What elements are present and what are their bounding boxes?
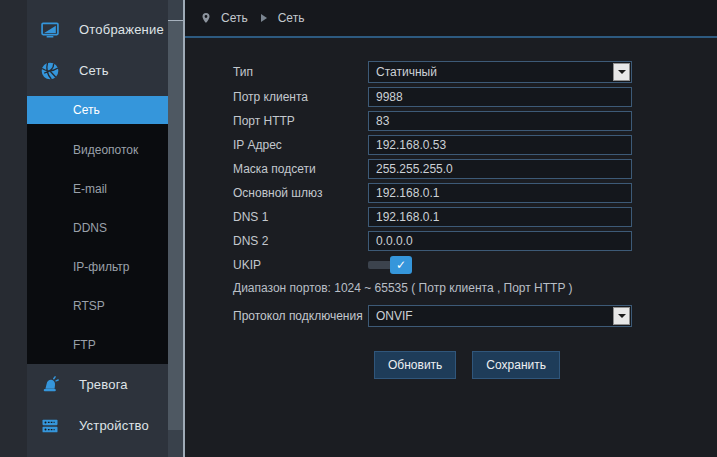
device-icon	[40, 416, 60, 436]
location-pin-icon	[200, 11, 212, 25]
protocol-label: Протокол подключения	[233, 309, 368, 323]
sidebar-item-label: Отображение	[79, 22, 164, 37]
ip-address-input[interactable]	[368, 135, 632, 155]
scrollbar-thumb[interactable]	[168, 20, 183, 430]
submenu-item-rtsp[interactable]: RTSP	[27, 286, 168, 325]
submenu-item-email[interactable]: E-mail	[27, 169, 168, 208]
client-port-label: Потр клиента	[233, 90, 368, 104]
breadcrumb-section: Сеть	[221, 11, 248, 25]
gateway-input[interactable]	[368, 183, 632, 203]
type-label: Тип	[233, 65, 368, 79]
save-button[interactable]: Сохранить	[472, 351, 560, 379]
sidebar: Отображение Сеть Сеть Видеопоток E-mail …	[0, 0, 168, 457]
submenu-item-ip-filter[interactable]: IP-фильтр	[27, 247, 168, 286]
check-icon: ✓	[396, 258, 406, 272]
sidebar-item-display[interactable]: Отображение	[27, 9, 168, 50]
refresh-button[interactable]: Обновить	[374, 351, 456, 379]
http-port-input[interactable]	[368, 111, 632, 131]
breadcrumb-page: Сеть	[278, 11, 305, 25]
submenu-item-ddns[interactable]: DDNS	[27, 208, 168, 247]
subnet-mask-input[interactable]	[368, 159, 632, 179]
type-select[interactable]: Статичный	[368, 61, 632, 83]
dns1-row: DNS 1	[233, 207, 717, 227]
client-port-row: Потр клиента	[233, 87, 717, 107]
ukip-label: UKIP	[233, 258, 368, 272]
sidebar-item-label: Устройство	[79, 418, 149, 433]
subnet-mask-label: Маска подсети	[233, 162, 368, 176]
gateway-row: Основной шлюз	[233, 183, 717, 203]
sidebar-item-device[interactable]: Устройство	[27, 405, 168, 446]
network-icon	[40, 61, 60, 81]
ukip-toggle[interactable]: ✓	[368, 255, 412, 275]
ip-address-row: IP Адрес	[233, 135, 717, 155]
protocol-select-dropdown-button[interactable]	[613, 307, 630, 325]
sidebar-scrollbar[interactable]	[168, 0, 185, 457]
chevron-down-icon	[618, 314, 626, 318]
alarm-icon	[40, 375, 60, 395]
ip-address-label: IP Адрес	[233, 138, 368, 152]
protocol-select-value: ONVIF	[376, 309, 413, 323]
port-range-note: Диапазон портов: 1024 ~ 65535 ( Потр кли…	[233, 281, 717, 295]
dns2-row: DNS 2	[233, 231, 717, 251]
sidebar-item-label: Сеть	[79, 63, 109, 78]
sidebar-item-network[interactable]: Сеть	[27, 50, 168, 91]
submenu-item-videostream[interactable]: Видеопоток	[27, 130, 168, 169]
gateway-label: Основной шлюз	[233, 186, 368, 200]
monitor-icon	[40, 20, 60, 40]
http-port-row: Порт HTTP	[233, 111, 717, 131]
sidebar-item-label: Тревога	[79, 377, 128, 392]
submenu-item-ftp[interactable]: FTP	[27, 325, 168, 364]
http-port-label: Порт HTTP	[233, 114, 368, 128]
type-select-value: Статичный	[376, 65, 437, 79]
protocol-select[interactable]: ONVIF	[368, 305, 632, 327]
network-submenu: Сеть Видеопоток E-mail DDNS IP-фильтр RT…	[27, 96, 168, 364]
sidebar-item-alarm[interactable]: Тревога	[27, 364, 168, 405]
toggle-knob: ✓	[390, 256, 412, 274]
form-buttons: Обновить Сохранить	[374, 351, 717, 379]
sidebar-left-strip	[0, 0, 27, 457]
breadcrumb-arrow-icon	[261, 14, 267, 22]
dns1-input[interactable]	[368, 207, 632, 227]
ukip-row: UKIP ✓	[233, 255, 717, 275]
submenu-item-network[interactable]: Сеть	[27, 96, 168, 124]
type-select-dropdown-button[interactable]	[613, 63, 630, 81]
dns1-label: DNS 1	[233, 210, 368, 224]
breadcrumb: Сеть Сеть	[185, 0, 717, 38]
network-settings-form: Тип Статичный Потр клиента Порт HTTP IP …	[185, 38, 717, 379]
chevron-down-icon	[618, 70, 626, 74]
main-panel: Сеть Сеть Тип Статичный Потр клиента Пор…	[185, 0, 717, 457]
dns2-input[interactable]	[368, 231, 632, 251]
client-port-input[interactable]	[368, 87, 632, 107]
dns2-label: DNS 2	[233, 234, 368, 248]
type-row: Тип Статичный	[233, 61, 717, 83]
subnet-mask-row: Маска подсети	[233, 159, 717, 179]
protocol-row: Протокол подключения ONVIF	[233, 305, 717, 327]
toggle-track	[368, 261, 392, 269]
